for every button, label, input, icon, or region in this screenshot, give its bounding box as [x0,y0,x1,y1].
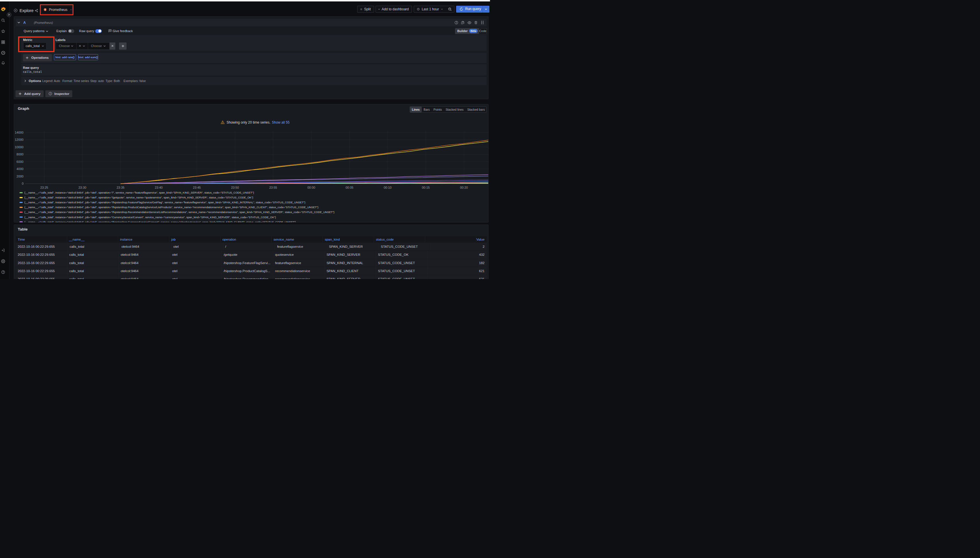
svg-text:00:10: 00:10 [383,186,391,189]
svg-text:10000: 10000 [15,145,23,149]
svg-text:00:15: 00:15 [422,186,430,189]
svg-text:23:30: 23:30 [78,186,86,189]
svg-text:8000: 8000 [16,153,23,156]
svg-text:23:25: 23:25 [40,186,48,189]
svg-text:0: 0 [22,182,23,185]
svg-text:23:50: 23:50 [231,186,239,189]
svg-text:23:40: 23:40 [155,186,163,189]
svg-text:23:45: 23:45 [193,186,201,189]
svg-text:23:35: 23:35 [117,186,125,189]
svg-text:00:05: 00:05 [345,186,354,189]
svg-text:23:55: 23:55 [269,186,277,189]
svg-text:2000: 2000 [16,175,23,178]
svg-text:4000: 4000 [16,167,23,171]
svg-text:00:00: 00:00 [307,186,315,189]
svg-text:6000: 6000 [16,160,23,163]
svg-text:00:20: 00:20 [460,186,468,189]
svg-text:12000: 12000 [15,138,23,141]
svg-text:14000: 14000 [15,131,23,134]
